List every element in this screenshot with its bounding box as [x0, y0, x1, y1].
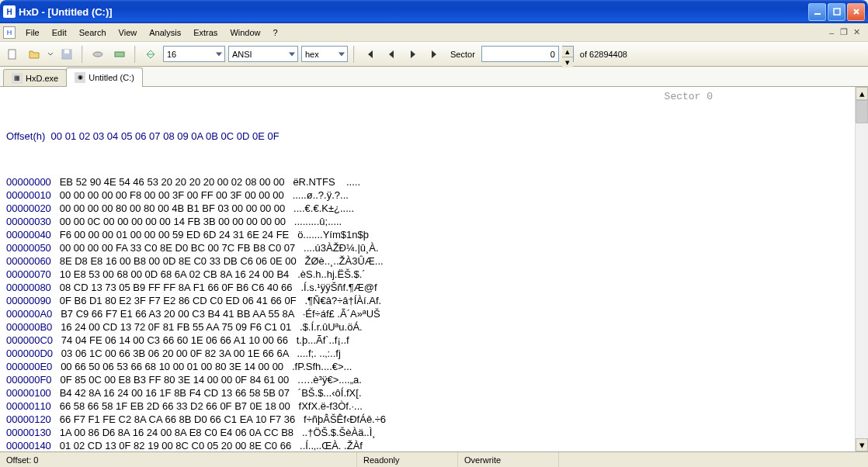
open-ram-button[interactable]: [110, 45, 129, 64]
app-icon: H: [3, 5, 16, 18]
maximize-button[interactable]: [828, 3, 845, 21]
hex-row[interactable]: 00000100 B4 42 8A 16 24 00 16 1F 8B F4 C…: [6, 386, 849, 400]
scroll-up-button[interactable]: ▴: [856, 87, 868, 100]
hex-row[interactable]: 00000060 8E D8 E8 16 00 B8 00 0D 8E C0 3…: [6, 254, 849, 268]
menu-help[interactable]: ?: [268, 26, 283, 39]
minimize-button[interactable]: [808, 3, 826, 21]
hex-row[interactable]: 000000E0 00 66 50 06 53 66 68 10 00 01 0…: [6, 360, 849, 373]
hex-row[interactable]: 00000070 10 E8 53 00 68 00 0D 68 6A 02 C…: [6, 268, 849, 281]
svg-rect-0: [814, 13, 821, 15]
hex-row[interactable]: 00000090 0F B6 D1 80 E2 3F F7 E2 86 CD C…: [6, 294, 849, 307]
status-overwrite: Overwrite: [458, 452, 559, 467]
svg-rect-6: [115, 52, 124, 57]
hex-row[interactable]: 000000A0 B7 C9 66 F7 E1 66 A3 20 00 C3 B…: [6, 307, 849, 320]
mdi-restore-icon[interactable]: ❐: [838, 27, 849, 38]
menu-edit[interactable]: Edit: [47, 26, 72, 39]
toggle-button[interactable]: [141, 45, 160, 64]
sector-annotation: Sector 0: [665, 90, 713, 103]
tab-hxd-exe[interactable]: ▦ HxD.exe: [3, 69, 67, 86]
status-bar: Offset: 0 Readonly Overwrite: [0, 451, 868, 467]
save-button[interactable]: [57, 45, 76, 64]
next-button[interactable]: [404, 45, 422, 64]
menu-analysis[interactable]: Analysis: [144, 26, 186, 39]
menu-search[interactable]: Search: [74, 26, 112, 39]
menu-window[interactable]: Window: [224, 26, 266, 39]
scroll-thumb[interactable]: [856, 100, 868, 123]
status-readonly: Readonly: [357, 452, 458, 467]
status-offset: Offset: 0: [0, 452, 357, 467]
vertical-scrollbar[interactable]: ▴ ▾: [855, 87, 868, 451]
tabs-bar: ▦ HxD.exe ◉ Untitled (C:): [0, 67, 868, 87]
disk-icon: ◉: [75, 72, 85, 83]
first-button[interactable]: [360, 45, 379, 64]
toolbar: 16 ANSI hex Sector ▴▾ of 62894408: [0, 42, 868, 67]
scroll-down-button[interactable]: ▾: [856, 438, 868, 451]
encoding-combo[interactable]: ANSI: [228, 46, 298, 62]
last-button[interactable]: [425, 45, 444, 64]
bytes-per-row-combo[interactable]: 16: [163, 46, 225, 62]
tab-label: HxD.exe: [26, 74, 58, 83]
tab-untitled-c[interactable]: ◉ Untitled (C:): [66, 67, 143, 86]
svg-rect-2: [9, 50, 16, 59]
new-file-button[interactable]: [3, 45, 22, 64]
hex-row[interactable]: 00000080 08 CD 13 73 05 B9 FF FF 8A F1 6…: [6, 281, 849, 294]
hex-row[interactable]: 00000130 1A 00 86 D6 8A 16 24 00 8A E8 C…: [6, 426, 849, 439]
hex-row[interactable]: 000000C0 74 04 FE 06 14 00 C3 66 60 1E 0…: [6, 334, 849, 347]
hex-editor-view: Sector 0 Offset(h) 00 01 02 03 04 05 06 …: [0, 87, 868, 451]
hex-row[interactable]: 00000110 66 58 66 58 1F EB 2D 66 33 D2 6…: [6, 400, 849, 413]
offset-base-combo[interactable]: hex: [301, 46, 348, 62]
open-dropdown-button[interactable]: [47, 45, 54, 64]
sector-spinner[interactable]: ▴▾: [562, 46, 574, 62]
sector-total-label: of 62894408: [577, 50, 630, 59]
hex-row[interactable]: 00000050 00 00 00 00 FA 33 C0 8E D0 BC 0…: [6, 241, 849, 254]
hex-row[interactable]: 000000F0 0F 85 0C 00 E8 B3 FF 80 3E 14 0…: [6, 373, 849, 386]
open-file-button[interactable]: [25, 45, 43, 64]
sector-input[interactable]: [481, 46, 559, 62]
open-disk-button[interactable]: [89, 45, 107, 64]
mdi-minimize-icon[interactable]: –: [826, 27, 837, 38]
hex-row[interactable]: 00000000 EB 52 90 4E 54 46 53 20 20 20 2…: [6, 175, 849, 189]
hex-row[interactable]: 00000030 00 00 0C 00 00 00 00 00 14 FB 3…: [6, 215, 849, 228]
menu-extras[interactable]: Extras: [188, 26, 223, 39]
menu-bar: H File Edit Search View Analysis Extras …: [0, 23, 868, 42]
window-title: HxD - [Untitled (C:)]: [19, 6, 808, 18]
hex-row[interactable]: 00000020 00 00 00 00 80 00 80 00 4B B1 B…: [6, 202, 849, 215]
hex-row[interactable]: 00000040 F6 00 00 00 01 00 00 00 59 ED 6…: [6, 228, 849, 241]
prev-button[interactable]: [382, 45, 401, 64]
title-bar: H HxD - [Untitled (C:)]: [0, 0, 868, 23]
tab-label: Untitled (C:): [89, 73, 134, 82]
menu-file[interactable]: File: [20, 26, 45, 39]
hex-row[interactable]: 000000D0 03 06 1C 00 66 3B 06 20 00 0F 8…: [6, 347, 849, 360]
sector-label: Sector: [447, 50, 478, 59]
svg-rect-1: [834, 9, 840, 15]
mdi-close-icon[interactable]: ✕: [851, 27, 862, 38]
hex-header-row: Offset(h) 00 01 02 03 04 05 06 07 08 09 …: [6, 130, 849, 143]
document-icon: H: [3, 26, 16, 39]
hex-row[interactable]: 00000140 01 02 CD 13 0F 82 19 00 8C C0 0…: [6, 439, 849, 451]
file-icon: ▦: [12, 73, 23, 84]
svg-rect-4: [64, 50, 69, 54]
hex-row[interactable]: 00000010 00 00 00 00 00 F8 00 00 3F 00 F…: [6, 189, 849, 202]
menu-view[interactable]: View: [113, 26, 143, 39]
svg-point-5: [93, 52, 102, 57]
hex-row[interactable]: 000000B0 16 24 00 CD 13 72 0F 81 FB 55 A…: [6, 320, 849, 334]
hex-row[interactable]: 00000120 66 F7 F1 FE C2 8A CA 66 8B D0 6…: [6, 413, 849, 426]
close-button[interactable]: [847, 3, 865, 21]
